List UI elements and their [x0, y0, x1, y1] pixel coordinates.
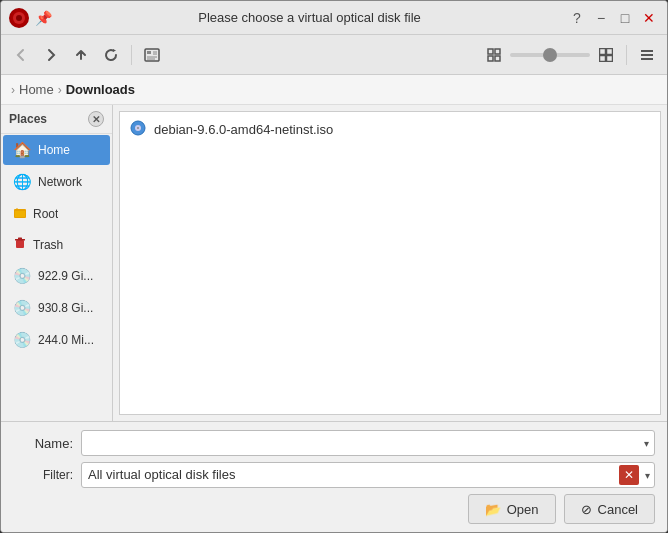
- preview-button[interactable]: [138, 41, 166, 69]
- zoom-slider[interactable]: [510, 53, 590, 57]
- svg-point-22: [137, 127, 139, 129]
- sidebar-item-disk1-label: 922.9 Gi...: [38, 269, 93, 283]
- bottom-area: Name: ▾ Filter: All virtual optical disk…: [1, 421, 667, 532]
- refresh-button[interactable]: [97, 41, 125, 69]
- close-button[interactable]: ✕: [639, 8, 659, 28]
- name-input[interactable]: [81, 430, 655, 456]
- svg-rect-19: [18, 238, 22, 240]
- app-logo-icon: [9, 8, 29, 28]
- toolbar-separator-2: [626, 45, 627, 65]
- open-button-icon: 📂: [485, 502, 501, 517]
- maximize-button[interactable]: □: [615, 8, 635, 28]
- file-item-debian[interactable]: debian-9.6.0-amd64-netinst.iso: [124, 116, 656, 143]
- sidebar-item-trash[interactable]: Trash: [3, 230, 110, 259]
- name-input-wrap: ▾: [81, 430, 655, 456]
- filter-label: Filter:: [13, 468, 73, 482]
- toolbar: [1, 35, 667, 75]
- svg-rect-8: [600, 48, 606, 54]
- sidebar-item-network[interactable]: 🌐 Network: [3, 167, 110, 197]
- action-row: 📂 Open ⊘ Cancel: [13, 494, 655, 524]
- open-button[interactable]: 📂 Open: [468, 494, 556, 524]
- filter-dropdown-icon[interactable]: ▾: [641, 470, 654, 481]
- cancel-button-label: Cancel: [598, 502, 638, 517]
- svg-rect-10: [600, 55, 606, 61]
- main-content: Places ✕ 🏠 Home 🌐 Network Root: [1, 105, 667, 421]
- cancel-button[interactable]: ⊘ Cancel: [564, 494, 655, 524]
- breadcrumb-current: Downloads: [66, 82, 135, 97]
- toolbar-separator: [131, 45, 132, 65]
- sidebar: Places ✕ 🏠 Home 🌐 Network Root: [1, 105, 113, 421]
- titlebar-controls: ? − □ ✕: [567, 8, 659, 28]
- name-row: Name: ▾: [13, 430, 655, 456]
- back-button[interactable]: [7, 41, 35, 69]
- sidebar-item-trash-label: Trash: [33, 238, 63, 252]
- svg-rect-13: [641, 54, 653, 56]
- dialog-title: Please choose a virtual optical disk fil…: [52, 10, 567, 25]
- sidebar-item-network-label: Network: [38, 175, 82, 189]
- file-list[interactable]: debian-9.6.0-amd64-netinst.iso: [119, 111, 661, 415]
- filter-value: All virtual optical disk files: [82, 462, 617, 488]
- svg-rect-6: [488, 56, 493, 61]
- network-icon: 🌐: [13, 173, 32, 191]
- pin-icon[interactable]: 📌: [35, 10, 52, 26]
- svg-rect-14: [641, 58, 653, 60]
- svg-rect-5: [495, 49, 500, 54]
- minimize-button[interactable]: −: [591, 8, 611, 28]
- breadcrumb-separator: ›: [58, 83, 62, 97]
- svg-rect-9: [607, 48, 613, 54]
- svg-rect-4: [488, 49, 493, 54]
- svg-point-1: [16, 15, 22, 21]
- sidebar-item-root-label: Root: [33, 207, 58, 221]
- file-chooser-dialog: 📌 Please choose a virtual optical disk f…: [0, 0, 668, 533]
- help-button[interactable]: ?: [567, 8, 587, 28]
- sidebar-item-root[interactable]: Root: [3, 199, 110, 228]
- sidebar-item-disk3[interactable]: 💿 244.0 Mi...: [3, 325, 110, 355]
- cancel-button-icon: ⊘: [581, 502, 592, 517]
- name-label: Name:: [13, 436, 73, 451]
- svg-rect-11: [607, 55, 613, 61]
- sidebar-item-disk2-label: 930.8 Gi...: [38, 301, 93, 315]
- filter-clear-button[interactable]: ✕: [619, 465, 639, 485]
- root-icon: [13, 205, 27, 222]
- sidebar-item-home[interactable]: 🏠 Home: [3, 135, 110, 165]
- breadcrumb-expand-icon[interactable]: ›: [11, 83, 15, 97]
- sidebar-places-label: Places: [9, 112, 47, 126]
- sidebar-item-disk1[interactable]: 💿 922.9 Gi...: [3, 261, 110, 291]
- disk1-icon: 💿: [13, 267, 32, 285]
- filter-input-wrap: All virtual optical disk files ✕ ▾: [81, 462, 655, 488]
- zoom-out-button[interactable]: [480, 41, 508, 69]
- sidebar-header: Places ✕: [1, 105, 112, 134]
- sidebar-item-disk2[interactable]: 💿 930.8 Gi...: [3, 293, 110, 323]
- file-name: debian-9.6.0-amd64-netinst.iso: [154, 122, 333, 137]
- disk2-icon: 💿: [13, 299, 32, 317]
- forward-button[interactable]: [37, 41, 65, 69]
- svg-rect-7: [495, 56, 500, 61]
- disk3-icon: 💿: [13, 331, 32, 349]
- svg-rect-12: [641, 50, 653, 52]
- svg-rect-3: [147, 51, 151, 54]
- sidebar-close-button[interactable]: ✕: [88, 111, 104, 127]
- file-iso-icon: [130, 120, 146, 139]
- svg-rect-17: [16, 240, 24, 248]
- home-icon: 🏠: [13, 141, 32, 159]
- titlebar-left: 📌: [9, 8, 52, 28]
- breadcrumb: › Home › Downloads: [1, 75, 667, 105]
- sidebar-item-home-label: Home: [38, 143, 70, 157]
- svg-rect-16: [15, 211, 25, 217]
- open-button-label: Open: [507, 502, 539, 517]
- zoom-in-button[interactable]: [592, 41, 620, 69]
- titlebar: 📌 Please choose a virtual optical disk f…: [1, 1, 667, 35]
- sidebar-item-disk3-label: 244.0 Mi...: [38, 333, 94, 347]
- filter-row: Filter: All virtual optical disk files ✕…: [13, 462, 655, 488]
- breadcrumb-home[interactable]: Home: [19, 82, 54, 97]
- trash-icon: [13, 236, 27, 253]
- up-button[interactable]: [67, 41, 95, 69]
- view-mode-button[interactable]: [633, 41, 661, 69]
